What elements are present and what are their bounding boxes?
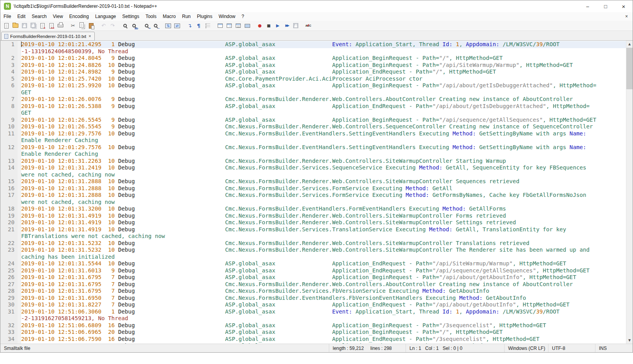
status-encoding[interactable]: UTF-8 <box>548 344 595 352</box>
close-all-icon[interactable]: ×× <box>47 22 56 30</box>
menu-encoding[interactable]: Encoding <box>66 12 92 21</box>
menu-edit[interactable]: Edit <box>14 12 29 21</box>
code-text[interactable]: 2019-01-10 12:01:26.5388 9 Debug ASP.glo… <box>21 103 626 110</box>
code-text[interactable]: -1-131916240648500399, No Thread <box>21 48 626 55</box>
menu-file[interactable]: File <box>0 12 14 21</box>
code-text[interactable]: 2019-01-10 12:01:26.5545 9 Debug Cmc.Nex… <box>21 123 626 130</box>
code-text[interactable]: 2019-01-10 12:01:31.6795 7 Debug Cmc.Nex… <box>21 288 626 295</box>
save-all-icon[interactable] <box>29 22 38 30</box>
code-text[interactable]: 2019-01-10 12:01:31.8227 7 Debug ASP.glo… <box>21 301 626 308</box>
scroll-up-arrow-icon[interactable]: ▲ <box>626 41 633 47</box>
show-all-characters-icon[interactable]: ¶ <box>194 22 203 30</box>
new-file-icon[interactable] <box>2 22 11 30</box>
code-text[interactable]: 2019-01-10 12:01:31.2888 10 Debug Cmc.Ne… <box>21 178 626 185</box>
menu-plugins[interactable]: Plugins <box>194 12 215 21</box>
code-text[interactable]: Enable Renderer Caching <box>21 137 626 144</box>
code-text[interactable]: 2019-01-10 12:51:06.6809 16 Debug ASP.gl… <box>21 322 626 329</box>
scrollbar-thumb[interactable] <box>626 48 633 89</box>
scroll-down-arrow-icon[interactable]: ▼ <box>626 337 633 344</box>
menu-search[interactable]: Search <box>29 12 50 21</box>
code-text[interactable]: 2019-01-10 12:01:31.2888 10 Debug Cmc.Ne… <box>21 192 626 199</box>
record-macro-icon[interactable]: ● <box>255 22 264 30</box>
replace-icon[interactable]: ab <box>130 22 139 30</box>
code-text[interactable]: 2019-01-10 12:01:31.6795 7 Debug Cmc.Nex… <box>21 281 626 288</box>
code-text[interactable]: GET <box>21 89 626 96</box>
code-text[interactable]: were not cached, caching now <box>21 199 626 206</box>
sync-vertical-icon[interactable]: ⇅ <box>164 22 173 30</box>
tab-close-icon[interactable]: × <box>88 34 91 38</box>
code-text[interactable]: 2019-01-10 12:01:24.8826 10 Debug ASP.gl… <box>21 62 626 69</box>
code-text[interactable]: 2019-01-10 12:01:24.8045 9 Debug ASP.glo… <box>21 55 626 62</box>
code-text[interactable]: 2019-01-10 12:51:06.3060 1 Debug ASP.glo… <box>21 308 626 315</box>
doc-switcher-icon[interactable] <box>243 22 252 30</box>
code-text[interactable]: 2019-01-10 12:01:24.8982 9 Debug ASP.glo… <box>21 68 626 76</box>
copy-icon[interactable] <box>78 22 87 30</box>
maximize-button[interactable]: □ <box>597 0 615 12</box>
status-eol-format[interactable]: Windows (CR LF) <box>504 344 548 352</box>
code-text[interactable]: FBTranslations were not cached, caching … <box>21 233 626 240</box>
code-text[interactable]: 2019-01-10 12:01:31.4919 10 Debug Cmc.Ne… <box>21 219 626 226</box>
run-macro-multiple-icon[interactable]: ▶▶ <box>282 22 291 30</box>
code-text[interactable]: 2019-01-10 12:51:06.7590 16 Debug ASP.gl… <box>21 336 626 343</box>
code-text[interactable]: 2019-01-10 12:01:31.5544 10 Debug ASP.gl… <box>21 260 626 267</box>
menu-window[interactable]: Window <box>215 12 238 21</box>
code-text[interactable]: 2019-01-10 12:01:31.5232 10 Debug Cmc.Ne… <box>21 240 626 247</box>
code-text[interactable]: 2019-01-10 12:01:31.4919 10 Debug Cmc.Ne… <box>21 226 626 233</box>
print-icon[interactable] <box>56 22 65 30</box>
code-text[interactable]: 2019-01-10 12:01:31.6795 7 Debug ASP.glo… <box>21 274 626 281</box>
function-list-icon[interactable] <box>234 22 243 30</box>
define-language-icon[interactable] <box>216 22 225 30</box>
code-text[interactable]: 2019-01-10 12:01:26.5545 9 Debug ASP.glo… <box>21 117 626 124</box>
menu-close-icon[interactable]: × <box>620 14 633 19</box>
menu-macro[interactable]: Macro <box>160 12 179 21</box>
code-text[interactable]: 2019-01-10 12:01:25.9920 10 Debug ASP.gl… <box>21 82 626 89</box>
close-file-icon[interactable]: × <box>38 22 47 30</box>
menu-settings[interactable]: Settings <box>119 12 142 21</box>
save-icon[interactable] <box>20 22 29 30</box>
show-indent-guide-icon[interactable] <box>203 22 212 30</box>
code-text[interactable]: 2019-01-10 12:01:31.3200 10 Debug Cmc.Ne… <box>21 205 626 213</box>
code-text[interactable]: 2019-01-10 12:01:21.4295 1 Debug ASP.glo… <box>21 41 626 48</box>
menu-view[interactable]: View <box>50 12 66 21</box>
code-text[interactable]: 2019-01-10 12:01:26.0076 9 Debug Cmc.Nex… <box>21 96 626 103</box>
status-insert-mode[interactable]: INS <box>595 344 633 352</box>
vertical-scrollbar[interactable]: ▲ ▼ <box>626 41 633 344</box>
code-text[interactable]: 2019-01-10 12:01:31.6013 9 Debug ASP.glo… <box>21 267 626 274</box>
code-text[interactable]: 2019-01-10 12:01:25.7420 10 Debug Cmc.Co… <box>21 76 626 83</box>
code-text[interactable]: 2019-01-10 12:51:06.7746 20 Debug ASP.gl… <box>21 342 626 344</box>
code-text[interactable]: 2019-01-10 12:01:29.7576 10 Debug Cmc.Ne… <box>21 130 626 137</box>
close-button[interactable]: × <box>615 0 633 12</box>
code-text[interactable]: 2019-01-10 12:01:31.4919 10 Debug Cmc.Ne… <box>21 213 626 220</box>
undo-icon[interactable]: ↶ <box>99 22 108 30</box>
word-wrap-icon[interactable]: ↴ <box>185 22 194 30</box>
code-text[interactable]: 2019-01-10 12:01:31.2419 10 Debug Cmc.Ne… <box>21 164 626 171</box>
redo-icon[interactable]: ↷ <box>108 22 117 30</box>
tab-formsbuilderrenderer[interactable]: FormsBuilderRenderer-2019-01-10.txt × <box>1 32 95 41</box>
code-text[interactable]: Enable Renderer Caching <box>21 151 626 158</box>
editor-lines[interactable]: 12019-01-10 12:01:21.4295 1 Debug ASP.gl… <box>0 41 626 344</box>
menu-run[interactable]: Run <box>179 12 194 21</box>
code-text[interactable]: 2019-01-10 12:01:31.5232 10 Debug Cmc.Ne… <box>21 247 626 254</box>
spell-check-icon[interactable]: ABC✓ <box>304 22 313 30</box>
code-text[interactable]: -2-131916270581459213, No Thread <box>21 315 626 322</box>
stop-macro-icon[interactable]: ■ <box>264 22 273 30</box>
zoom-in-icon[interactable]: + <box>142 22 151 30</box>
document-map-icon[interactable] <box>225 22 234 30</box>
code-text[interactable]: 2019-01-10 12:01:29.7576 10 Debug Cmc.Ne… <box>21 144 626 151</box>
save-macro-icon[interactable] <box>291 22 300 30</box>
paste-icon[interactable] <box>87 22 96 30</box>
find-icon[interactable] <box>121 22 130 30</box>
code-text[interactable]: were not cached, caching now <box>21 171 626 178</box>
minimize-button[interactable]: – <box>579 0 597 12</box>
open-folder-icon[interactable] <box>11 22 20 30</box>
playback-macro-icon[interactable]: ▶ <box>273 22 282 30</box>
code-text[interactable]: 2019-01-10 12:01:31.6950 7 Debug Cmc.Nex… <box>21 295 626 302</box>
menu-tools[interactable]: Tools <box>142 12 160 21</box>
code-text[interactable]: 2019-01-10 12:51:06.6965 20 Debug ASP.gl… <box>21 329 626 336</box>
code-text[interactable]: 2019-01-10 12:01:31.2888 10 Debug Cmc.Ne… <box>21 185 626 192</box>
code-text[interactable]: GET <box>21 110 626 117</box>
sync-horizontal-icon[interactable]: ⇄ <box>173 22 182 30</box>
menu-help[interactable]: ? <box>238 12 247 21</box>
code-text[interactable]: 2019-01-10 12:01:31.2263 10 Debug Cmc.Ne… <box>21 158 626 165</box>
zoom-out-icon[interactable]: − <box>151 22 160 30</box>
